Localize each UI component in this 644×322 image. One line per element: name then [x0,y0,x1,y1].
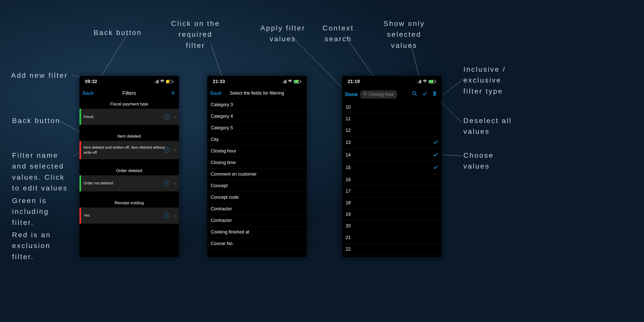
annotation-add-new-filter: Add new filter [11,70,68,81]
nav-bar: Back Select the fields for filtering [207,87,307,99]
filter-card-value: Yes [84,213,90,218]
screen-select-fields: 21:33 ⚡ Back Select the fields for filte… [207,76,307,257]
value-label: 21 [346,235,351,240]
value-label: 16 [346,177,351,182]
field-row[interactable]: Closing hour [207,145,307,157]
value-label: 15 [346,165,351,170]
annotation-click-required-filter: Click on the required filter [171,18,220,51]
value-label: 20 [346,223,351,229]
show-selected-button[interactable] [421,91,428,98]
svg-line-14 [415,94,417,96]
check-icon [433,152,438,158]
filter-section-header: Receipt voiding [79,198,179,208]
done-button[interactable]: Done [345,92,358,97]
wifi-icon [160,79,165,84]
field-row[interactable]: Category 3 [207,99,307,111]
search-placeholder: Closing hour [369,92,394,97]
value-row[interactable]: 22 [342,244,441,255]
svg-point-13 [413,92,416,95]
field-row[interactable]: Contractor [207,215,307,226]
value-row[interactable]: 13 [342,136,441,149]
annotation-filter-name-desc: Filter name and selected values. Click t… [12,150,68,194]
svg-point-11 [364,92,366,95]
value-label: 14 [346,152,351,158]
filter-card-value: Item deleted and written off, Item delet… [84,145,168,155]
check-icon [433,139,438,146]
info-icon[interactable]: i [164,147,170,153]
filter-card-value: Fiscal [84,114,93,119]
value-row[interactable]: 16 [342,174,441,186]
annotation-deselect-all: Deselect all values [463,115,512,137]
battery-icon: ⚡ [294,80,301,83]
status-bar: 21:33 ⚡ [207,76,307,87]
field-row[interactable]: Category 4 [207,111,307,122]
screen-filters-list: 09:32 ⚡ Back Filters + Fiscal payment ty… [79,76,179,257]
value-row[interactable]: 19 [342,209,441,220]
value-row[interactable]: 15 [342,162,441,174]
value-row[interactable]: 21 [342,232,441,244]
wifi-icon [423,79,427,84]
annotation-red-desc: Red is an exclusion filter. [12,229,51,262]
signal-icon [282,80,286,83]
back-button[interactable]: Back [210,90,221,96]
deselect-all-button[interactable] [431,91,438,98]
field-row[interactable]: Course No. [207,238,307,250]
check-icon [433,165,438,171]
value-row[interactable]: 11 [342,113,441,125]
info-icon[interactable]: i [164,213,170,218]
value-row[interactable]: 18 [342,197,441,209]
value-label: 18 [346,200,351,206]
info-icon[interactable]: i [164,181,170,186]
stripe-include-icon [79,175,81,191]
search-input[interactable]: Closing hour [360,90,397,99]
page-title: Filters [79,90,179,96]
filter-card[interactable]: Order not deletedi› [79,175,179,191]
field-row[interactable]: Concept [207,180,307,192]
filter-card[interactable]: Yesi› [79,208,179,224]
field-row[interactable]: Contractor [207,203,307,215]
filter-card[interactable]: Fiscali› [79,109,179,125]
value-label: 17 [346,189,351,194]
field-row[interactable]: Comment on customer [207,169,307,180]
back-button[interactable]: Back [83,90,94,96]
value-row[interactable]: 14 [342,149,441,162]
annotation-back-button-left: Back button [12,115,60,126]
annotation-choose-values: Choose values [463,150,494,172]
annotation-context-search: Context search [323,23,354,45]
info-icon[interactable]: i [164,114,170,119]
context-search-button[interactable] [411,91,418,98]
page-title: Select the fields for filtering [207,91,307,96]
annotation-green-desc: Green is including filter. [12,195,49,228]
stripe-include-icon [79,109,81,125]
chevron-right-icon: › [174,147,176,153]
value-row[interactable]: 20 [342,220,441,232]
value-label: 19 [346,212,351,217]
status-bar: 21:19 ⚡ [342,76,441,87]
add-filter-button[interactable]: + [171,89,175,97]
field-row[interactable]: City [207,134,307,145]
value-row[interactable]: 12 [342,125,441,136]
nav-bar: Back Filters + [79,87,179,99]
stripe-exclude-icon [79,208,81,224]
value-label: 10 [346,105,351,110]
wifi-icon [288,79,292,84]
battery-icon: ⚡ [166,80,173,83]
search-icon [363,92,367,97]
field-row[interactable]: Closing time [207,157,307,169]
value-row[interactable]: 10 [342,102,441,113]
status-time: 21:19 [348,79,360,84]
status-time: 09:32 [85,79,97,84]
field-row[interactable]: Concept code [207,192,307,203]
annotation-apply-filter-values: Apply filter values [260,23,305,45]
svg-line-12 [366,94,367,95]
filter-card[interactable]: Item deleted and written off, Item delet… [79,141,179,159]
chevron-right-icon: › [174,212,176,219]
filter-section-header: Item deleted [79,131,179,141]
status-time: 21:33 [213,79,225,84]
annotation-back-button-top: Back button [94,27,142,38]
value-label: 22 [346,247,351,252]
stripe-exclude-icon [79,141,81,159]
value-row[interactable]: 17 [342,186,441,197]
field-row[interactable]: Cooking finished at [207,226,307,238]
field-row[interactable]: Category 5 [207,122,307,134]
